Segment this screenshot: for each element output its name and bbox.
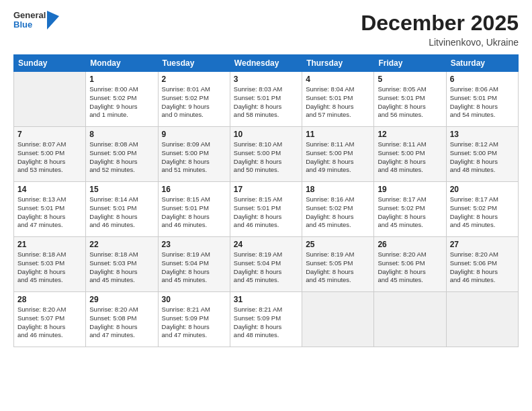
- day-info: Sunrise: 8:11 AMSunset: 5:00 PMDaylight:…: [378, 140, 442, 175]
- header: General Blue December 2025 Litvinenkovo,…: [13, 11, 519, 48]
- day-number: 11: [306, 130, 370, 139]
- day-info: Sunrise: 8:19 AMSunset: 5:04 PMDaylight:…: [234, 250, 298, 285]
- day-info: Sunrise: 8:17 AMSunset: 5:02 PMDaylight:…: [450, 195, 515, 230]
- day-number: 25: [306, 240, 370, 249]
- header-day-sunday: Sunday: [14, 55, 86, 72]
- day-number: 17: [234, 185, 298, 194]
- day-info: Sunrise: 8:08 AMSunset: 5:00 PMDaylight:…: [89, 140, 154, 175]
- month-year: December 2025: [361, 11, 519, 36]
- day-info: Sunrise: 8:11 AMSunset: 5:00 PMDaylight:…: [306, 140, 370, 175]
- day-number: 16: [162, 185, 226, 194]
- logo: General Blue: [13, 11, 59, 30]
- calendar-cell: 17Sunrise: 8:15 AMSunset: 5:01 PMDayligh…: [230, 182, 302, 237]
- day-info: Sunrise: 8:00 AMSunset: 5:02 PMDaylight:…: [89, 85, 154, 120]
- day-number: 7: [17, 130, 82, 139]
- day-number: 4: [306, 75, 370, 84]
- day-info: Sunrise: 8:20 AMSunset: 5:06 PMDaylight:…: [450, 250, 515, 285]
- calendar-cell: 2Sunrise: 8:01 AMSunset: 5:02 PMDaylight…: [158, 72, 230, 127]
- day-info: Sunrise: 8:21 AMSunset: 5:09 PMDaylight:…: [162, 306, 226, 340]
- svg-marker-0: [47, 11, 59, 30]
- day-number: 20: [450, 185, 515, 194]
- header-day-thursday: Thursday: [302, 55, 374, 72]
- header-day-wednesday: Wednesday: [230, 55, 302, 72]
- day-info: Sunrise: 8:13 AMSunset: 5:01 PMDaylight:…: [17, 195, 82, 230]
- day-number: 2: [162, 75, 226, 84]
- calendar-cell: 19Sunrise: 8:17 AMSunset: 5:02 PMDayligh…: [374, 182, 446, 237]
- logo-icon: [47, 11, 59, 30]
- day-number: 27: [450, 240, 515, 249]
- header-day-saturday: Saturday: [446, 55, 518, 72]
- calendar-cell: 9Sunrise: 8:09 AMSunset: 5:00 PMDaylight…: [158, 127, 230, 182]
- calendar-table: SundayMondayTuesdayWednesdayThursdayFrid…: [13, 54, 519, 347]
- calendar-cell: 29Sunrise: 8:20 AMSunset: 5:08 PMDayligh…: [86, 292, 158, 347]
- day-number: 29: [89, 295, 154, 304]
- day-info: Sunrise: 8:21 AMSunset: 5:09 PMDaylight:…: [234, 306, 298, 340]
- title-block: December 2025 Litvinenkovo, Ukraine: [361, 11, 519, 48]
- day-number: 19: [378, 185, 442, 194]
- day-number: 18: [306, 185, 370, 194]
- day-info: Sunrise: 8:19 AMSunset: 5:04 PMDaylight:…: [162, 250, 226, 285]
- day-number: 22: [89, 240, 154, 249]
- day-number: 5: [378, 75, 442, 84]
- day-info: Sunrise: 8:07 AMSunset: 5:00 PMDaylight:…: [17, 140, 82, 175]
- calendar-cell: 20Sunrise: 8:17 AMSunset: 5:02 PMDayligh…: [446, 182, 518, 237]
- calendar-cell: 21Sunrise: 8:18 AMSunset: 5:03 PMDayligh…: [14, 237, 86, 292]
- calendar-cell: 23Sunrise: 8:19 AMSunset: 5:04 PMDayligh…: [158, 237, 230, 292]
- day-number: 1: [89, 75, 154, 84]
- day-info: Sunrise: 8:03 AMSunset: 5:01 PMDaylight:…: [234, 85, 298, 120]
- calendar-cell: 10Sunrise: 8:10 AMSunset: 5:00 PMDayligh…: [230, 127, 302, 182]
- calendar-cell: 12Sunrise: 8:11 AMSunset: 5:00 PMDayligh…: [374, 127, 446, 182]
- calendar-cell: 6Sunrise: 8:06 AMSunset: 5:01 PMDaylight…: [446, 72, 518, 127]
- day-info: Sunrise: 8:18 AMSunset: 5:03 PMDaylight:…: [89, 250, 154, 285]
- day-info: Sunrise: 8:15 AMSunset: 5:01 PMDaylight:…: [234, 195, 298, 230]
- day-info: Sunrise: 8:20 AMSunset: 5:07 PMDaylight:…: [17, 306, 82, 340]
- header-day-tuesday: Tuesday: [158, 55, 230, 72]
- day-info: Sunrise: 8:12 AMSunset: 5:00 PMDaylight:…: [450, 140, 515, 175]
- calendar-cell: 18Sunrise: 8:16 AMSunset: 5:02 PMDayligh…: [302, 182, 374, 237]
- day-info: Sunrise: 8:10 AMSunset: 5:00 PMDaylight:…: [234, 140, 298, 175]
- day-info: Sunrise: 8:01 AMSunset: 5:02 PMDaylight:…: [162, 85, 226, 120]
- calendar-cell: 27Sunrise: 8:20 AMSunset: 5:06 PMDayligh…: [446, 237, 518, 292]
- day-number: 8: [89, 130, 154, 139]
- day-number: 24: [234, 240, 298, 249]
- day-number: 28: [17, 295, 82, 304]
- calendar-cell: 16Sunrise: 8:15 AMSunset: 5:01 PMDayligh…: [158, 182, 230, 237]
- calendar-cell: 14Sunrise: 8:13 AMSunset: 5:01 PMDayligh…: [14, 182, 86, 237]
- day-number: 3: [234, 75, 298, 84]
- day-info: Sunrise: 8:06 AMSunset: 5:01 PMDaylight:…: [450, 85, 515, 120]
- location: Litvinenkovo, Ukraine: [361, 37, 519, 48]
- day-info: Sunrise: 8:17 AMSunset: 5:02 PMDaylight:…: [378, 195, 442, 230]
- logo-blue: Blue: [13, 20, 46, 30]
- day-number: 10: [234, 130, 298, 139]
- calendar-cell: [374, 292, 446, 347]
- calendar-week-3: 14Sunrise: 8:13 AMSunset: 5:01 PMDayligh…: [14, 182, 519, 237]
- calendar-cell: 3Sunrise: 8:03 AMSunset: 5:01 PMDaylight…: [230, 72, 302, 127]
- header-day-monday: Monday: [86, 55, 158, 72]
- day-number: 31: [234, 295, 298, 304]
- calendar-header-row: SundayMondayTuesdayWednesdayThursdayFrid…: [14, 55, 519, 72]
- calendar-cell: [302, 292, 374, 347]
- page: General Blue December 2025 Litvinenkovo,…: [0, 0, 532, 411]
- calendar-cell: 7Sunrise: 8:07 AMSunset: 5:00 PMDaylight…: [14, 127, 86, 182]
- day-info: Sunrise: 8:04 AMSunset: 5:01 PMDaylight:…: [306, 85, 370, 120]
- day-number: 12: [378, 130, 442, 139]
- day-info: Sunrise: 8:09 AMSunset: 5:00 PMDaylight:…: [162, 140, 226, 175]
- logo-text: General Blue: [13, 11, 46, 30]
- calendar-cell: 13Sunrise: 8:12 AMSunset: 5:00 PMDayligh…: [446, 127, 518, 182]
- calendar-week-1: 1Sunrise: 8:00 AMSunset: 5:02 PMDaylight…: [14, 72, 519, 127]
- calendar-cell: 15Sunrise: 8:14 AMSunset: 5:01 PMDayligh…: [86, 182, 158, 237]
- logo-general: General: [13, 11, 46, 20]
- day-number: 14: [17, 185, 82, 194]
- day-info: Sunrise: 8:20 AMSunset: 5:08 PMDaylight:…: [89, 306, 154, 340]
- calendar-cell: 1Sunrise: 8:00 AMSunset: 5:02 PMDaylight…: [86, 72, 158, 127]
- calendar-cell: 11Sunrise: 8:11 AMSunset: 5:00 PMDayligh…: [302, 127, 374, 182]
- calendar-cell: 4Sunrise: 8:04 AMSunset: 5:01 PMDaylight…: [302, 72, 374, 127]
- calendar-cell: [446, 292, 518, 347]
- day-info: Sunrise: 8:14 AMSunset: 5:01 PMDaylight:…: [89, 195, 154, 230]
- calendar-cell: 24Sunrise: 8:19 AMSunset: 5:04 PMDayligh…: [230, 237, 302, 292]
- calendar-week-5: 28Sunrise: 8:20 AMSunset: 5:07 PMDayligh…: [14, 292, 519, 347]
- calendar-cell: [14, 72, 86, 127]
- calendar-cell: 5Sunrise: 8:05 AMSunset: 5:01 PMDaylight…: [374, 72, 446, 127]
- day-number: 15: [89, 185, 154, 194]
- day-info: Sunrise: 8:20 AMSunset: 5:06 PMDaylight:…: [378, 250, 442, 285]
